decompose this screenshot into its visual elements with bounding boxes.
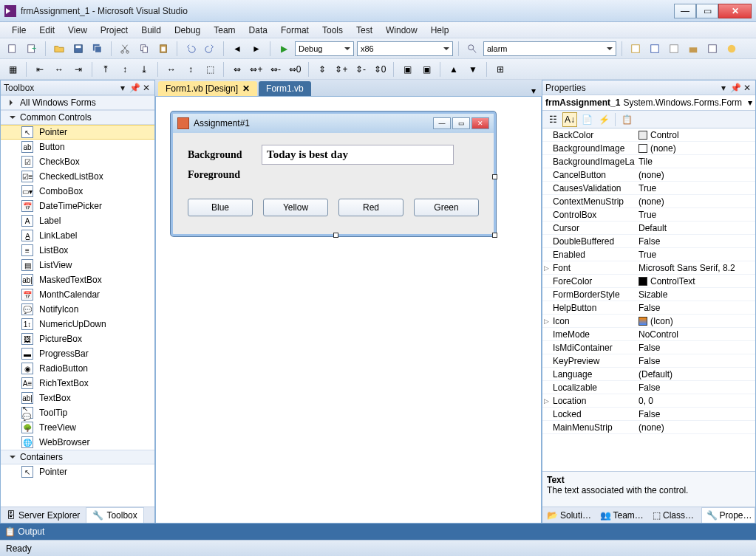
open-button[interactable] [51, 41, 67, 57]
toolbox-item-notifyicon[interactable]: 💬NotifyIcon [1, 302, 154, 317]
close-button[interactable]: ✕ [718, 4, 752, 18]
toolbox-item-checkbox[interactable]: ☑CheckBox [1, 154, 154, 169]
minimize-button[interactable]: — [674, 4, 696, 18]
cut-button[interactable] [117, 41, 133, 57]
start-debug-button[interactable]: ▶ [276, 41, 292, 57]
button-green[interactable]: Green [414, 199, 479, 216]
toolbox-item-monthcalendar[interactable]: 📅MonthCalendar [1, 287, 154, 302]
tab-class-view[interactable]: ⬚Class… [648, 507, 701, 523]
menu-view[interactable]: View [62, 24, 93, 37]
hspace-dec-button[interactable]: ⇔- [268, 61, 284, 78]
align-top-button[interactable]: ⤒ [98, 61, 114, 78]
toolbox-item-listview[interactable]: ▤ListView [1, 258, 154, 272]
tab-properties[interactable]: 🔧Prope… [701, 507, 756, 523]
prop-row-keypreview[interactable]: KeyPreviewFalse [542, 354, 755, 368]
menu-file[interactable]: File [6, 24, 32, 37]
toolbox-item-pointer[interactable]: ↖Pointer [1, 464, 154, 479]
panel-dropdown-button[interactable]: ▾ [118, 83, 128, 93]
properties-window-button[interactable] [647, 41, 663, 57]
menu-build[interactable]: Build [135, 24, 167, 37]
hspace-equal-button[interactable]: ⇔ [229, 61, 245, 78]
prop-row-location[interactable]: ▷Location0, 0 [542, 394, 755, 408]
prop-row-font[interactable]: ▷FontMicrosoft Sans Serif, 8.2 [542, 261, 755, 275]
same-size-button[interactable]: ⬚ [202, 61, 218, 78]
add-item-button[interactable]: + [24, 41, 40, 57]
expand-icon[interactable]: ▷ [544, 318, 549, 325]
maximize-button[interactable]: ▭ [696, 4, 718, 18]
prop-row-icon[interactable]: ▷Icon(Icon) [542, 315, 755, 328]
toolbox-list[interactable]: All Windows Forms Common Controls ↖Point… [1, 95, 154, 507]
nav-back-button[interactable]: ◄ [229, 41, 245, 57]
toolbox-item-numericupdown[interactable]: 1↕NumericUpDown [1, 317, 154, 332]
tab-order-button[interactable]: ⊞ [492, 61, 508, 78]
expand-icon[interactable]: ▷ [544, 397, 549, 405]
toolbox-item-progressbar[interactable]: ▬ProgressBar [1, 346, 154, 361]
menu-edit[interactable]: Edit [33, 24, 61, 37]
toolbox-item-treeview[interactable]: 🌳TreeView [1, 420, 154, 435]
prop-row-backgroundimage[interactable]: BackgroundImage(none) [542, 142, 755, 155]
panel-close-button[interactable]: ✕ [141, 83, 151, 93]
tab-toolbox[interactable]: 🔧Toolbox [86, 507, 143, 523]
align-right-button[interactable]: ⇥ [70, 61, 86, 78]
toolbox-item-button[interactable]: abButton [1, 140, 154, 154]
toolbox-button[interactable] [685, 41, 701, 57]
close-tab-icon[interactable]: ✕ [242, 83, 250, 94]
prop-row-imemode[interactable]: ImeModeNoControl [542, 328, 755, 341]
bring-front-button[interactable]: ▲ [446, 61, 462, 78]
textbox-main[interactable]: Today is best day [262, 145, 454, 165]
save-all-button[interactable] [89, 41, 106, 57]
toolbox-item-listbox[interactable]: ≡ListBox [1, 243, 154, 258]
prop-row-ismdicontainer[interactable]: IsMdiContainerFalse [542, 341, 755, 354]
toolbox-group-common[interactable]: Common Controls [1, 110, 154, 125]
start-page-button[interactable] [704, 41, 721, 57]
prop-row-contextmenustrip[interactable]: ContextMenuStrip(none) [542, 195, 755, 208]
vspace-dec-button[interactable]: ⇕- [353, 61, 369, 78]
property-pages-button[interactable]: 📋 [619, 112, 634, 127]
vspace-equal-button[interactable]: ⇕ [314, 61, 330, 78]
toolbox-item-label[interactable]: ALabel [1, 213, 154, 228]
vspace-remove-button[interactable]: ⇕0 [372, 61, 388, 78]
toolbox-group-allforms[interactable]: All Windows Forms [1, 95, 154, 110]
doc-tab-design[interactable]: Form1.vb [Design]✕ [158, 81, 257, 96]
find-button[interactable] [464, 41, 480, 57]
prop-row-doublebuffered[interactable]: DoubleBufferedFalse [542, 235, 755, 248]
prop-row-formborderstyle[interactable]: FormBorderStyleSizable [542, 288, 755, 301]
panel-pin-button[interactable]: 📌 [129, 83, 140, 93]
same-width-button[interactable]: ↔ [163, 61, 180, 78]
toolbox-item-textbox[interactable]: ab|TextBox [1, 391, 154, 405]
toolbox-item-checkedlistbox[interactable]: ☑≡CheckedListBox [1, 169, 154, 184]
menu-format[interactable]: Format [275, 24, 315, 37]
prop-row-backcolor[interactable]: BackColorControl [542, 128, 755, 142]
menu-test[interactable]: Test [350, 24, 378, 37]
events-button[interactable]: ⚡ [596, 112, 611, 127]
expand-icon[interactable]: ▷ [544, 264, 549, 272]
menu-project[interactable]: Project [95, 24, 134, 37]
button-blue[interactable]: Blue [188, 199, 253, 216]
extension-button[interactable] [723, 41, 740, 57]
alphabetical-button[interactable]: A↓ [562, 112, 577, 127]
toolbox-item-radiobutton[interactable]: ◉RadioButton [1, 361, 154, 376]
redo-button[interactable] [202, 41, 218, 57]
properties-object-selector[interactable]: frmAssignment_1 System.Windows.Forms.For… [542, 95, 755, 111]
align-grid-button[interactable]: ▦ [4, 61, 21, 78]
categorized-button[interactable]: ☷ [545, 112, 560, 127]
doc-tabs-dropdown[interactable]: ▾ [528, 86, 539, 96]
panel-dropdown-button[interactable]: ▾ [718, 83, 729, 93]
prop-row-forecolor[interactable]: ForeColorControlText [542, 275, 755, 288]
toolbox-item-linklabel[interactable]: A̲LinkLabel [1, 228, 154, 243]
menu-tools[interactable]: Tools [316, 24, 349, 37]
label-foreground[interactable]: Foreground [188, 169, 262, 181]
align-bottom-button[interactable]: ⤓ [136, 61, 152, 78]
properties-grid[interactable]: BackColorControlBackgroundImage(none)Bac… [542, 128, 755, 471]
prop-row-language[interactable]: Language(Default) [542, 368, 755, 381]
designer-surface[interactable]: Assignment#1 — ▭ ✕ Background Today is b… [155, 96, 542, 524]
center-vert-button[interactable]: ▣ [418, 61, 435, 78]
tab-team-explorer[interactable]: 👥Team… [596, 507, 649, 523]
panel-close-button[interactable]: ✕ [742, 83, 752, 93]
same-height-button[interactable]: ↕ [183, 61, 199, 78]
nav-fwd-button[interactable]: ► [248, 41, 265, 57]
align-center-button[interactable]: ↔ [51, 61, 67, 78]
prop-row-controlbox[interactable]: ControlBoxTrue [542, 208, 755, 222]
prop-row-backgroundimagela[interactable]: BackgroundImageLaTile [542, 155, 755, 168]
solution-explorer-button[interactable] [627, 41, 644, 57]
